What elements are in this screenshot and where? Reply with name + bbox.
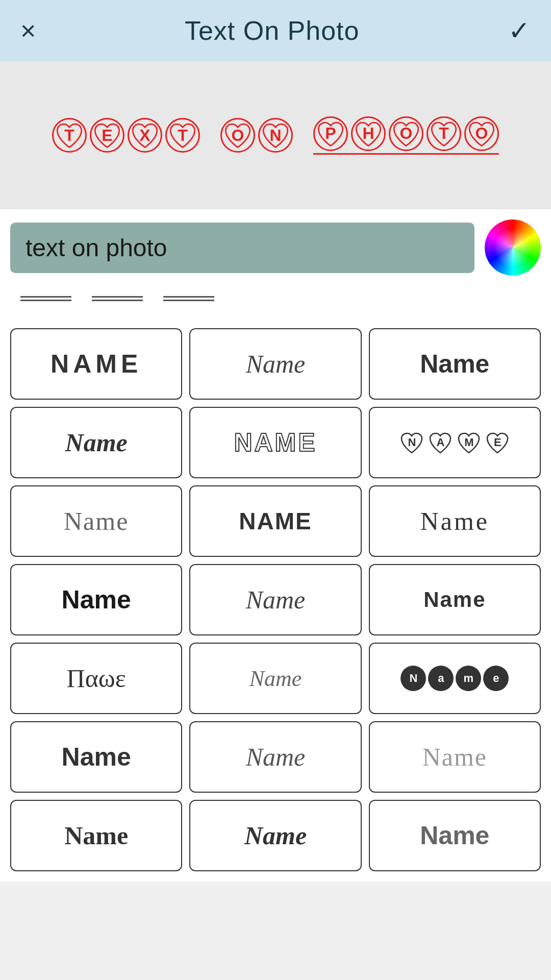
- confirm-button[interactable]: ✓: [508, 15, 531, 46]
- preview-letter-t1: T: [52, 118, 87, 153]
- preview-letter-o3: O: [464, 116, 499, 151]
- font-grid: NAMENameNameNameNAME N: [0, 318, 551, 881]
- font-card-20[interactable]: Name: [189, 800, 361, 871]
- font-card-21[interactable]: Name: [369, 800, 541, 871]
- header: × Text On Photo ✓: [0, 0, 551, 61]
- font-card-8[interactable]: NAME: [189, 485, 361, 557]
- font-card-9[interactable]: Name: [369, 485, 541, 557]
- font-card-17[interactable]: Name: [189, 721, 361, 793]
- preview-letter-o2: O: [389, 116, 423, 151]
- font-card-7[interactable]: Name: [10, 485, 182, 557]
- style-options-bar: [0, 286, 551, 318]
- font-card-13[interactable]: Παωε: [10, 643, 182, 714]
- font-card-10[interactable]: Name: [10, 564, 182, 635]
- preview-letter-e: E: [90, 118, 124, 153]
- font-card-3[interactable]: Name: [369, 328, 541, 400]
- color-wheel-button[interactable]: [485, 219, 541, 276]
- preview-letter-o1: O: [220, 118, 255, 153]
- style-option-1[interactable]: [10, 291, 82, 308]
- preview-letter-x: X: [128, 118, 162, 153]
- preview-word-photo: P H O T: [313, 116, 499, 155]
- font-card-1[interactable]: NAME: [10, 328, 182, 400]
- text-input[interactable]: [10, 223, 474, 273]
- preview-word-on: O N: [220, 118, 293, 153]
- input-area: [0, 209, 551, 286]
- preview-area: T E X T: [0, 61, 551, 209]
- font-card-16[interactable]: Name: [10, 721, 182, 793]
- font-card-19[interactable]: Name: [10, 800, 182, 871]
- font-card-5[interactable]: NAME: [189, 407, 361, 478]
- preview-letter-n: N: [258, 118, 293, 153]
- preview-letter-t3: T: [427, 116, 461, 151]
- font-card-11[interactable]: Name: [189, 564, 361, 635]
- preview-text-display: T E X T: [52, 116, 499, 155]
- preview-word-text: T E X T: [52, 118, 200, 153]
- style-option-2[interactable]: [82, 291, 153, 308]
- font-card-18[interactable]: Name: [369, 721, 541, 793]
- font-card-6[interactable]: N A: [369, 407, 541, 478]
- preview-letter-p: P: [313, 116, 348, 151]
- font-card-14[interactable]: Name: [189, 643, 361, 714]
- style-option-3[interactable]: [153, 291, 224, 308]
- preview-letter-t2: T: [165, 118, 200, 153]
- page-title: Text On Photo: [185, 15, 360, 46]
- close-button[interactable]: ×: [20, 15, 36, 46]
- font-card-12[interactable]: Name: [369, 564, 541, 635]
- font-card-15[interactable]: N a m: [369, 643, 541, 714]
- font-card-4[interactable]: Name: [10, 407, 182, 478]
- preview-letter-h: H: [351, 116, 386, 151]
- font-card-2[interactable]: Name: [189, 328, 361, 400]
